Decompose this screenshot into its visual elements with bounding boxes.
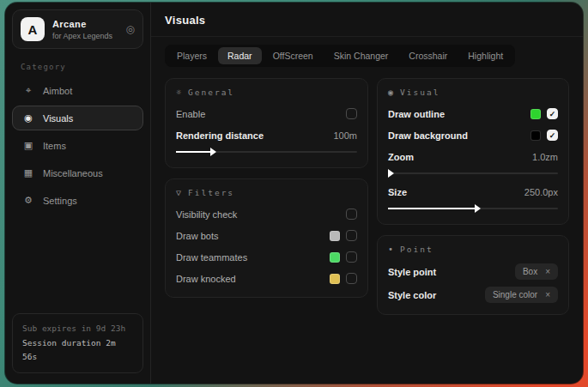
tab-offscreen[interactable]: OffScreen xyxy=(264,47,323,64)
style-point-row: Style point Box × xyxy=(388,263,558,280)
slider-fill xyxy=(176,151,212,153)
close-icon[interactable]: × xyxy=(545,267,550,276)
visual-card: ◉ Visual Draw outline Draw backgrou xyxy=(377,78,569,225)
slider-thumb[interactable] xyxy=(388,169,394,178)
slider-track xyxy=(388,172,558,174)
size-value: 250.0px xyxy=(524,187,558,197)
general-card-header: ☼ General xyxy=(176,88,357,97)
style-color-select[interactable]: Single color × xyxy=(485,287,558,303)
dot-icon: • xyxy=(388,245,393,254)
enable-row: Enable xyxy=(176,106,357,121)
rendering-distance-value: 100m xyxy=(333,130,357,141)
zoom-row: Zoom 1.0zm xyxy=(388,149,558,164)
tab-skin-changer[interactable]: Skin Changer xyxy=(324,47,398,64)
size-label: Size xyxy=(388,187,407,197)
page-title: Visuals xyxy=(165,14,569,27)
sidebar-item-items[interactable]: ▣ Items xyxy=(12,133,143,158)
sun-icon: ☼ xyxy=(176,88,181,97)
brand-subtitle: for Apex Legends xyxy=(52,32,112,40)
draw-knocked-row: Draw knocked xyxy=(176,271,357,286)
section-title: Filters xyxy=(188,188,234,197)
sidebar-item-visuals[interactable]: ◉ Visuals xyxy=(12,106,143,130)
draw-bots-row: Draw bots xyxy=(176,228,357,243)
section-title: Point xyxy=(400,245,433,254)
style-color-row: Style color Single color × xyxy=(388,287,558,303)
sub-expiry-text: Sub expires in 9d 23h xyxy=(22,322,133,336)
rendering-distance-row: Rendering distance 100m xyxy=(176,128,357,142)
gear-icon: ⚙ xyxy=(22,195,34,206)
sidebar-item-label: Visuals xyxy=(43,113,73,124)
sidebar-item-label: Miscellaneous xyxy=(43,168,103,178)
draw-knocked-checkbox[interactable] xyxy=(346,273,357,284)
slider-fill xyxy=(388,208,476,209)
section-title: General xyxy=(188,88,234,97)
point-card-header: • Point xyxy=(388,245,558,254)
style-point-select[interactable]: Box × xyxy=(515,263,558,280)
draw-bots-color-swatch[interactable] xyxy=(330,231,340,241)
sidebar-item-label: Settings xyxy=(43,196,77,206)
draw-background-label: Draw background xyxy=(388,130,468,141)
tab-radar[interactable]: Radar xyxy=(218,47,262,64)
slider-thumb[interactable] xyxy=(210,148,216,156)
enable-label: Enable xyxy=(176,109,205,119)
visibility-check-row: Visibility check xyxy=(176,207,357,221)
visibility-check-checkbox[interactable] xyxy=(346,209,357,220)
draw-background-color-swatch[interactable] xyxy=(530,130,541,141)
main-header: Visuals xyxy=(151,3,583,37)
draw-knocked-label: Draw knocked xyxy=(176,274,236,284)
main-panel: Visuals Players Radar OffScreen Skin Cha… xyxy=(151,3,583,384)
tab-highlight[interactable]: Highlight xyxy=(458,47,512,64)
filters-card: ▽ Filters Visibility check Draw bots xyxy=(165,178,368,298)
style-point-value: Box xyxy=(523,267,537,276)
left-column: ☼ General Enable Rendering distance 100m xyxy=(165,78,368,298)
tabbar-wrap: Players Radar OffScreen Skin Changer Cro… xyxy=(151,37,583,69)
sidebar-item-aimbot[interactable]: ⌖ Aimbot xyxy=(12,78,143,103)
settings-target-icon[interactable]: ◎ xyxy=(126,23,135,35)
visibility-check-label: Visibility check xyxy=(176,209,237,220)
category-label: Category xyxy=(21,63,135,71)
brand-logo: A xyxy=(21,17,45,41)
draw-teammates-checkbox[interactable] xyxy=(346,251,357,263)
funnel-icon: ▽ xyxy=(176,188,181,197)
sidebar-nav: ⌖ Aimbot ◉ Visuals ▣ Items ▦ Miscellaneo… xyxy=(5,78,150,213)
tab-players[interactable]: Players xyxy=(167,47,216,64)
tab-crosshair[interactable]: Crosshair xyxy=(399,47,457,64)
draw-outline-checkbox[interactable] xyxy=(547,108,558,119)
section-title: Visual xyxy=(400,88,439,97)
brand-text: Arcane for Apex Legends xyxy=(52,19,112,40)
tabbar: Players Radar OffScreen Skin Changer Cro… xyxy=(165,45,515,67)
visual-card-header: ◉ Visual xyxy=(388,88,558,97)
draw-teammates-color-swatch[interactable] xyxy=(330,252,340,263)
style-point-label: Style point xyxy=(388,267,436,277)
rendering-distance-slider[interactable] xyxy=(176,148,357,156)
draw-outline-color-swatch[interactable] xyxy=(530,109,541,119)
box-icon: ▣ xyxy=(22,140,34,151)
draw-knocked-color-swatch[interactable] xyxy=(330,274,340,284)
brand-title: Arcane xyxy=(52,19,112,29)
enable-checkbox[interactable] xyxy=(346,108,357,119)
sidebar: A Arcane for Apex Legends ◎ Category ⌖ A… xyxy=(5,3,151,384)
sidebar-item-settings[interactable]: ⚙ Settings xyxy=(12,188,143,213)
crosshair-icon: ⌖ xyxy=(22,85,34,96)
style-color-value: Single color xyxy=(493,290,537,299)
draw-outline-label: Draw outline xyxy=(388,109,445,119)
draw-bots-label: Draw bots xyxy=(176,231,219,241)
sidebar-item-miscellaneous[interactable]: ▦ Miscellaneous xyxy=(12,160,143,185)
right-column: ◉ Visual Draw outline Draw backgrou xyxy=(377,78,569,315)
general-card: ☼ General Enable Rendering distance 100m xyxy=(165,78,368,168)
zoom-label: Zoom xyxy=(388,152,414,162)
zoom-slider[interactable] xyxy=(388,169,558,178)
app-window: A Arcane for Apex Legends ◎ Category ⌖ A… xyxy=(5,3,583,384)
slider-thumb[interactable] xyxy=(475,204,481,213)
grid-icon: ▦ xyxy=(22,167,34,178)
draw-teammates-label: Draw teammates xyxy=(176,252,247,263)
size-slider[interactable] xyxy=(388,204,558,213)
close-icon[interactable]: × xyxy=(545,290,550,299)
sidebar-item-label: Items xyxy=(43,141,66,151)
eye-icon: ◉ xyxy=(22,112,34,124)
zoom-value: 1.0zm xyxy=(532,152,558,162)
draw-background-checkbox[interactable] xyxy=(547,130,558,141)
filters-card-header: ▽ Filters xyxy=(176,188,357,197)
draw-outline-row: Draw outline xyxy=(388,106,558,121)
draw-bots-checkbox[interactable] xyxy=(346,230,357,241)
